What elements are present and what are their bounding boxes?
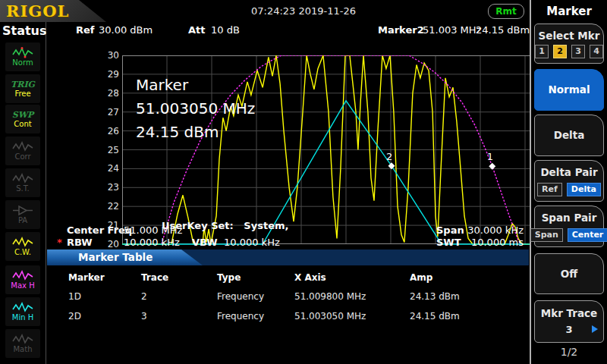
span-pair-option-center[interactable]: Center xyxy=(568,228,607,242)
y-tick-27: 27 xyxy=(99,107,119,118)
y-tick-29: 29 xyxy=(99,69,119,80)
marker-readout-freq: 51.003 MHz xyxy=(423,24,481,36)
min-hold-wave-icon xyxy=(12,302,33,313)
y-tick-23: 23 xyxy=(99,182,119,193)
span-pair-option-span[interactable]: Span xyxy=(530,228,563,242)
select-mkr-option-2[interactable]: 2 xyxy=(553,45,567,58)
marker-table-header-row: MarkerTraceTypeX AxisAmp xyxy=(68,272,501,283)
y-tick-20: 20 xyxy=(99,239,119,249)
corr-wave-icon xyxy=(12,141,33,152)
mkr-trace-button[interactable]: Mkr Trace 3 xyxy=(534,300,604,343)
status-sidebar: Status NormTRIGFreeSWPCont Corr S.T. PA … xyxy=(0,22,46,364)
status-indicator-math: Math xyxy=(5,329,40,358)
center-freq-label: Center Freq xyxy=(67,224,132,236)
delta-pair-option-delta[interactable]: Delta xyxy=(567,183,601,196)
marker-readout-label: Marker2 xyxy=(378,24,424,36)
span-pair-button[interactable]: Span Pair SpanCenter xyxy=(534,206,604,247)
menu-page-indicator: 1/2 xyxy=(531,346,607,358)
select-mkr-option-4[interactable]: 4 xyxy=(590,45,603,58)
status-indicator-norm: Norm xyxy=(5,42,40,71)
top-bar: RIGOL 07:24:23 2019-11-26 Rmt xyxy=(0,0,531,23)
status-indicator-pa: PA xyxy=(5,200,40,229)
st-wave-icon xyxy=(12,173,33,184)
select-mkr-option-3[interactable]: 3 xyxy=(571,45,585,58)
spectrum-display: Ref 30.00 dBm Att 10 dB Marker2 51.003 M… xyxy=(46,22,531,249)
delta-pair-button[interactable]: Delta Pair RefDelta xyxy=(534,160,604,202)
status-indicator-cw: C.W. xyxy=(5,232,40,261)
y-tick-28: 28 xyxy=(99,88,119,99)
submenu-arrow-icon xyxy=(592,325,598,333)
marker-diamond-2[interactable] xyxy=(388,162,395,169)
vbw-value: 10.000 kHz xyxy=(224,237,280,248)
marker-table-header-bar: Marker Table xyxy=(47,249,529,265)
select-mkr-button[interactable]: Select Mkr 1234 xyxy=(534,24,604,64)
status-indicator-st: S.T. xyxy=(5,168,40,197)
rbw-uncal-star: * xyxy=(57,237,62,248)
vbw-label: VBW xyxy=(192,237,218,248)
marker-overlay-readout: Marker 51.003050 MHz 24.15 dBm xyxy=(136,74,255,144)
delta-pair-option-ref[interactable]: Ref xyxy=(537,183,562,196)
status-title: Status xyxy=(2,24,47,38)
softkey-menu: Marker Select Mkr 1234 Normal Delta Delt… xyxy=(530,0,607,364)
math-wave-icon xyxy=(12,334,33,345)
status-indicator-trig-free: TRIGFree xyxy=(5,74,40,103)
max-hold-wave-icon xyxy=(12,270,33,281)
status-indicator-max-hold: Max H xyxy=(5,265,40,294)
att-value: 10 dB xyxy=(211,24,240,36)
status-indicator-corr: Corr xyxy=(5,136,40,165)
rbw-label: RBW xyxy=(67,237,93,248)
y-tick-22: 22 xyxy=(99,201,119,212)
marker-table-row: 2D3Frequency51.003050 MHz24.15 dBm xyxy=(68,311,501,322)
y-tick-26: 26 xyxy=(99,126,119,136)
cw-wave-icon xyxy=(12,237,33,248)
y-tick-24: 24 xyxy=(99,163,119,174)
ref-label: Ref xyxy=(76,24,94,36)
marker-table: MarkerTraceTypeX AxisAmp1D2Frequency51.0… xyxy=(47,267,529,364)
marker-table-title: Marker Table xyxy=(78,251,153,263)
status-indicator-swp-cont: SWPCont xyxy=(5,105,40,133)
rbw-value: 10.000 kHz xyxy=(124,237,180,248)
y-tick-25: 25 xyxy=(99,145,119,155)
ref-value: 30.00 dBm xyxy=(99,24,153,36)
off-button[interactable]: Off xyxy=(534,253,604,294)
normal-button[interactable]: Normal xyxy=(534,69,604,111)
delta-button[interactable]: Delta xyxy=(534,115,604,156)
span-value: 30.000 kHz xyxy=(455,224,524,236)
marker-label-1: 1 xyxy=(487,151,493,162)
datetime-display: 07:24:23 2019-11-26 xyxy=(228,5,379,17)
marker-label-2: 2 xyxy=(386,151,392,162)
menu-title: Marker xyxy=(531,5,607,18)
pa-amplifier-icon xyxy=(12,205,33,216)
brand-logo: RIGOL xyxy=(6,2,69,20)
swt-value: 10.000 ms xyxy=(455,237,524,248)
status-indicator-min-hold: Min H xyxy=(5,297,40,326)
select-mkr-option-1[interactable]: 1 xyxy=(535,45,549,58)
remote-status-badge: Rmt xyxy=(488,4,524,19)
marker-table-row: 1D2Frequency51.009800 MHz24.13 dBm xyxy=(68,291,501,302)
marker-readout-amp: 24.15 dBm xyxy=(476,24,530,36)
att-label: Att xyxy=(188,24,206,36)
center-freq-value: 51.000 MHz xyxy=(124,224,182,236)
y-tick-30: 30 xyxy=(99,50,119,61)
norm-wave-icon xyxy=(12,47,33,58)
analyzer-screen: RIGOL 07:24:23 2019-11-26 Rmt Status Nor… xyxy=(0,0,607,364)
